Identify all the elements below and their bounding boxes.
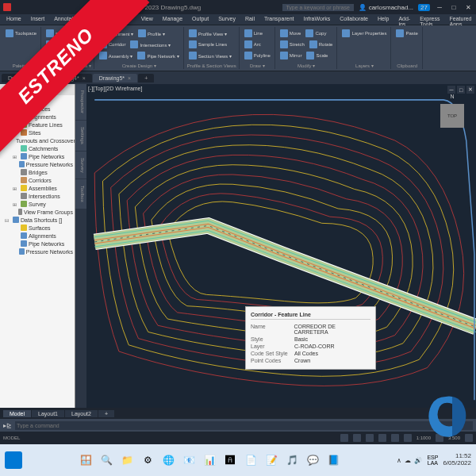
ribbon-tab[interactable]: Add-ins	[393, 14, 415, 25]
ribbon-button[interactable]: Stretch	[278, 40, 306, 49]
ribbon-tab[interactable]: Transparent	[259, 14, 298, 25]
tree-item[interactable]: Alignments	[2, 232, 73, 240]
tree-item[interactable]: ⊞Surfaces	[2, 105, 73, 113]
status-icon[interactable]	[353, 434, 361, 442]
ribbon-button[interactable]: Layer Properties	[340, 29, 388, 38]
new-tab-button[interactable]: +	[138, 74, 154, 83]
expand-icon[interactable]: ⊞	[13, 186, 19, 191]
command-prefix-icon[interactable]: ▸⊵	[3, 422, 12, 429]
ribbon-button[interactable]: Grading ▾	[44, 51, 78, 60]
layout-tab[interactable]: Model	[3, 410, 31, 417]
vp-minimize-icon[interactable]: ─	[447, 86, 455, 94]
ribbon-tab[interactable]: Home	[2, 14, 26, 25]
ribbon-button[interactable]: Line	[243, 29, 264, 38]
ribbon-button[interactable]: Surfaces ▾	[44, 29, 79, 38]
tree-item[interactable]: Pipe Networks	[2, 240, 73, 248]
vp-close-icon[interactable]: ✕	[466, 86, 474, 94]
command-input[interactable]	[15, 421, 473, 430]
ribbon-button[interactable]: Sample Lines	[187, 40, 228, 49]
document-tab[interactable]: Drawing5*×	[93, 74, 137, 83]
help-search-input[interactable]	[282, 4, 354, 11]
close-button[interactable]: ✕	[463, 2, 473, 12]
tree-item[interactable]: ⊟ups	[2, 97, 73, 105]
tray-icon[interactable]: ☁	[405, 457, 411, 464]
ribbon-button[interactable]: Intersections ▾	[129, 40, 172, 49]
ribbon-button[interactable]: Profile ▾	[136, 29, 167, 38]
layout-tab[interactable]: Layout1	[32, 410, 64, 417]
ribbon-button[interactable]: Paste	[394, 29, 419, 38]
ribbon-tab[interactable]: Survey	[213, 14, 240, 25]
viewport-label[interactable]: [-][Top][2D Wireframe]	[88, 86, 142, 91]
tree-item[interactable]: ⊞Assemblies	[2, 184, 73, 192]
ribbon-tab[interactable]: Annotate	[49, 14, 81, 25]
tree-item[interactable]: ⊞Pipe Networks	[2, 152, 73, 160]
vp-maximize-icon[interactable]: □	[457, 86, 465, 94]
ribbon-button[interactable]: Toolspace	[4, 29, 38, 38]
view-cube[interactable]: N TOP	[436, 100, 468, 132]
ribbon-button[interactable]: Corridor	[98, 40, 128, 49]
toolspace-tree[interactable]: ⊟ups⊞Surfaces⊞AlignmentsFeature LinesSit…	[0, 95, 75, 408]
tree-item[interactable]: Turnouts and Crossovers	[2, 136, 73, 144]
system-tray[interactable]: ∧☁🔊	[397, 457, 422, 464]
ribbon-button[interactable]: Assembly ▾	[98, 51, 135, 60]
ribbon-tab[interactable]: View	[136, 14, 158, 25]
ribbon-tab[interactable]: Manage	[158, 14, 187, 25]
ribbon-tab[interactable]: Collaborate	[335, 14, 373, 25]
ribbon-tab[interactable]: Express Tools	[415, 14, 444, 25]
taskbar-clock[interactable]: 11:52 6/05/2022	[443, 453, 471, 467]
ribbon-tab[interactable]: Output	[187, 14, 213, 25]
ribbon-button[interactable]: Move	[278, 29, 303, 38]
expand-icon[interactable]: ⊞	[13, 154, 19, 159]
taskbar-app-icon[interactable]: 📝	[263, 451, 280, 469]
ribbon-button[interactable]: Mirror	[278, 51, 304, 60]
add-layout-button[interactable]: +	[98, 410, 114, 417]
taskbar-app-icon[interactable]: ⚙	[139, 451, 156, 469]
document-tab[interactable]: Drawing3*×	[2, 74, 46, 83]
ribbon-button[interactable]: Pipe Network ▾	[136, 51, 180, 60]
minimize-button[interactable]: ─	[435, 2, 444, 12]
status-model[interactable]: MODEL	[3, 436, 20, 440]
close-tab-icon[interactable]: ×	[83, 75, 86, 81]
toolspace-side-tab[interactable]: Settings	[75, 121, 86, 152]
ribbon-button[interactable]: Profile View ▾	[187, 29, 228, 38]
tree-item[interactable]: Catchments	[2, 144, 73, 152]
tree-item[interactable]: Corridors	[2, 176, 73, 184]
taskbar-app-icon[interactable]: 🪟	[77, 451, 94, 469]
ribbon-tab[interactable]: InfraWorks	[298, 14, 335, 25]
ribbon-button[interactable]: Scale	[305, 51, 329, 60]
taskbar-app-icon[interactable]: 💬	[304, 451, 321, 469]
tree-item[interactable]: View Frame Groups	[2, 208, 73, 216]
notification-badge[interactable]: 27	[418, 4, 430, 11]
tree-item[interactable]: Surfaces	[2, 224, 73, 232]
language-indicator[interactable]: ESP LAA	[427, 455, 438, 466]
taskbar-app-icon[interactable]: 📁	[118, 451, 136, 469]
ribbon-tab[interactable]: Analyze	[107, 14, 136, 25]
taskbar-app-icon[interactable]: 📊	[201, 451, 218, 469]
toolspace-side-tab[interactable]: Prospector	[75, 84, 86, 121]
toolspace-side-tab[interactable]: Survey	[75, 152, 86, 180]
ribbon-button[interactable]: Feature Line ▾	[44, 40, 87, 49]
tray-icon[interactable]: ∧	[397, 457, 401, 464]
cube-face[interactable]: TOP	[440, 104, 464, 128]
ribbon-tab[interactable]: Featured Apps	[445, 14, 477, 25]
tree-item[interactable]: Feature Lines	[2, 121, 73, 129]
taskbar-app-icon[interactable]: 🔍	[98, 451, 115, 469]
expand-icon[interactable]: ⊞	[13, 114, 19, 120]
taskbar-widget-icon[interactable]	[5, 451, 22, 469]
close-tab-icon[interactable]: ×	[36, 75, 40, 81]
ribbon-tab[interactable]: Help	[373, 14, 393, 25]
tree-item[interactable]: Sites	[2, 129, 73, 136]
tree-item[interactable]: ⊞Survey	[2, 200, 73, 208]
tree-item[interactable]: ⊞Alignments	[2, 113, 73, 121]
ribbon-button[interactable]: Polyline	[243, 51, 272, 60]
ribbon-button[interactable]: Rotate	[308, 40, 335, 49]
ribbon-tab[interactable]: Rail	[240, 14, 259, 25]
taskbar-app-icon[interactable]: 🎵	[283, 451, 301, 469]
expand-icon[interactable]: ⊞	[13, 106, 19, 112]
expand-icon[interactable]: ⊟	[5, 98, 11, 104]
ribbon-button[interactable]: Alignment ▾	[98, 29, 135, 38]
ribbon-tab[interactable]: Modify	[81, 14, 107, 25]
status-icon[interactable]	[404, 434, 412, 442]
expand-icon[interactable]: ⊟	[5, 217, 11, 223]
document-tab[interactable]: Drawing4*×	[47, 74, 91, 83]
